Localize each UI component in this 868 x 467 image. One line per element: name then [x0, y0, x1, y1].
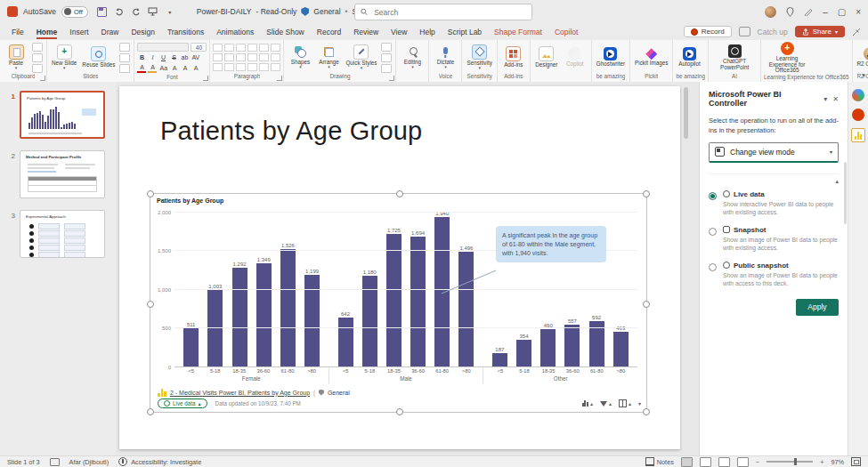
ribbon-button-add-ins[interactable]: Add-ins — [500, 46, 527, 68]
paragraph-icon[interactable] — [236, 63, 246, 71]
menu-tab-view[interactable]: View — [385, 25, 413, 39]
pane-menu-caret-icon[interactable]: ▾ — [823, 95, 827, 103]
paragraph-icon[interactable] — [236, 44, 246, 52]
paragraph-icon[interactable] — [259, 53, 269, 61]
paragraph-icon[interactable] — [247, 44, 257, 52]
selection-handle-nw[interactable] — [147, 190, 154, 197]
ribbon-button-quick-styles[interactable]: Quick Styles▾ — [344, 44, 378, 71]
restore-button[interactable]: ▢ — [838, 7, 846, 17]
selection-handle-s[interactable] — [396, 408, 403, 415]
bar-rect[interactable] — [207, 290, 223, 367]
bar-rect[interactable] — [183, 328, 199, 367]
paragraph-icon[interactable] — [271, 63, 280, 71]
sensitivity-label[interactable]: General — [313, 7, 340, 16]
bar-rect[interactable] — [410, 237, 426, 367]
autosave-toggle[interactable]: Off — [61, 6, 88, 18]
accessibility-status[interactable]: Accessibility: Investigate — [118, 457, 201, 466]
font-control-5-icon[interactable]: A — [191, 64, 200, 72]
paragraph-icon[interactable] — [224, 53, 234, 61]
font-name-select[interactable] — [137, 43, 189, 52]
dialog-launcher-icon[interactable] — [389, 76, 394, 81]
copy-icon[interactable] — [32, 53, 43, 62]
dialog-launcher-icon[interactable] — [277, 76, 282, 81]
pane-close-icon[interactable]: ✕ — [832, 95, 839, 103]
canvas-scrollbar-thumb[interactable] — [684, 87, 688, 139]
comments-icon[interactable] — [739, 27, 750, 36]
operation-dropdown[interactable]: Change view mode ▾ — [709, 142, 839, 163]
menu-tab-review[interactable]: Review — [347, 25, 385, 39]
menu-tab-help[interactable]: Help — [413, 25, 441, 39]
ribbon-button-autopilot[interactable]: Autopilot — [676, 47, 702, 68]
draw-pen-icon[interactable] — [804, 7, 813, 16]
font-control-4-icon[interactable]: A — [181, 64, 190, 72]
font-control-1-icon[interactable]: A — [148, 63, 157, 73]
slide-1[interactable]: Patients by Age Group Patients by Age Gr… — [119, 86, 680, 449]
menu-tab-file[interactable]: File — [5, 25, 30, 39]
language-indicator[interactable]: Afar (Djibouti) — [69, 458, 110, 466]
ribbon-button-arrange[interactable]: Arrange▾ — [315, 45, 342, 70]
powerbi-source-link[interactable]: 2 - Medical Visits Power BI, Patients by… — [170, 390, 310, 396]
menu-tab-record[interactable]: Record — [311, 25, 347, 39]
font-style-ab-icon[interactable]: ab — [180, 53, 189, 61]
menu-tab-insert[interactable]: Insert — [63, 25, 94, 39]
selection-handle-sw[interactable] — [147, 408, 154, 415]
close-button[interactable]: × — [856, 7, 861, 17]
paragraph-icon[interactable] — [213, 53, 223, 61]
notes-button[interactable]: Notes — [645, 457, 674, 466]
selection-handle-w[interactable] — [147, 301, 154, 308]
paragraph-icon[interactable] — [271, 44, 280, 52]
view-mode-option-public-snapshot[interactable]: Public snapshotShow an image of Power BI… — [709, 262, 839, 288]
display-settings-icon[interactable] — [50, 458, 60, 466]
reading-view-button[interactable] — [718, 457, 730, 467]
normal-view-button[interactable] — [681, 457, 693, 467]
slide-1-thumbnail[interactable]: Patients by Age Group — [20, 91, 105, 139]
font-style-av-icon[interactable]: AV — [191, 53, 200, 61]
pane-scrollbar-thumb[interactable] — [844, 162, 847, 224]
chart-annotation[interactable]: A significant peak in the age group of 6… — [496, 226, 606, 262]
ribbon-button-r2-copilot[interactable]: R2 Copilot — [856, 47, 868, 68]
font-style-i-icon[interactable]: I — [148, 53, 157, 61]
menu-tab-copilot[interactable]: Copilot — [548, 25, 584, 39]
search-box[interactable] — [354, 4, 532, 20]
selection-handle-se[interactable] — [643, 408, 650, 415]
reset-icon[interactable] — [119, 53, 130, 62]
bar-rect[interactable] — [232, 268, 247, 367]
font-control-3-icon[interactable]: A — [170, 64, 179, 72]
font-style-s-icon[interactable]: S — [169, 53, 178, 61]
rail-sphere-addin-icon[interactable] — [852, 89, 864, 101]
ribbon-button-chatgpt-powerpoint[interactable]: ChatGPT PowerPoint — [711, 44, 758, 70]
bar-rect[interactable] — [564, 325, 580, 367]
customize-qat-caret-icon[interactable]: ▾ — [165, 6, 175, 17]
selection-handle-ne[interactable] — [643, 190, 650, 197]
ribbon-button-learning-experience-for-office365[interactable]: Learning Experience for Office365 — [764, 42, 810, 74]
slideshow-view-button[interactable] — [737, 457, 749, 467]
zoom-percent[interactable]: 97% — [831, 458, 844, 466]
bar-rect[interactable] — [280, 249, 296, 367]
rail-red-addin-icon[interactable] — [852, 109, 864, 121]
ribbon-button-designer[interactable]: Designer — [533, 46, 560, 68]
minimize-button[interactable]: – — [823, 7, 828, 17]
ribbon-button-reuse-slides[interactable]: Reuse Slides — [80, 46, 117, 68]
section-collapse-row[interactable]: ▴ — [709, 173, 839, 185]
outline-icon[interactable] — [381, 53, 392, 62]
selection-handle-n[interactable] — [396, 190, 403, 197]
view-mode-option-live-data[interactable]: Live dataShow interactive Power BI data … — [709, 190, 839, 217]
zoom-in-button[interactable]: + — [820, 458, 823, 466]
chart-tool-button[interactable]: ▴ — [582, 400, 593, 407]
zoom-out-button[interactable]: − — [756, 458, 759, 466]
menu-tab-design[interactable]: Design — [125, 25, 160, 39]
selection-handle-e[interactable] — [643, 301, 650, 308]
redo-icon[interactable] — [131, 6, 142, 17]
fit-to-window-icon[interactable] — [851, 457, 861, 466]
start-slideshow-icon[interactable] — [148, 6, 158, 17]
bar-rect[interactable] — [458, 252, 474, 367]
apply-button[interactable]: Apply — [796, 299, 839, 316]
slide-3-thumbnail[interactable]: Experimental Approach — [20, 210, 105, 258]
effects-icon[interactable] — [381, 64, 392, 73]
font-size-select[interactable]: 40 — [191, 43, 207, 52]
paragraph-icon[interactable] — [259, 63, 269, 71]
share-button[interactable]: Share ▾ — [795, 26, 845, 37]
ribbon-button-ghostwriter[interactable]: Ghostwriter — [595, 47, 627, 68]
ribbon-button-pickit-images[interactable]: Pickit Images — [633, 48, 669, 67]
slide-2-thumbnail[interactable]: Method and Participant Profile — [20, 150, 105, 198]
